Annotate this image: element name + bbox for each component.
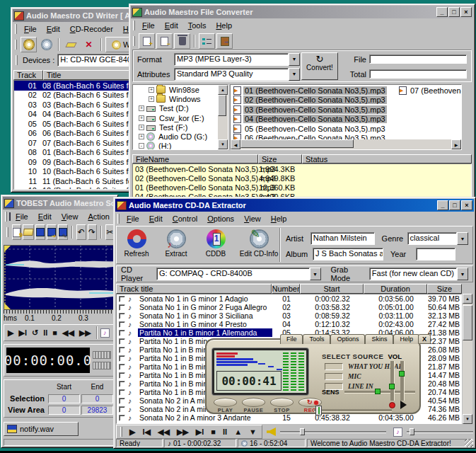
viewarea-end-value[interactable]: 29823 — [81, 406, 113, 415]
column-header-duration[interactable]: Duration — [364, 284, 427, 294]
chevron-down-icon[interactable]: ▼ — [310, 268, 321, 280]
menu-item[interactable]: Help — [266, 213, 292, 224]
scroll-down-icon[interactable]: ▼ — [463, 414, 472, 424]
scroll-down-icon[interactable]: ▼ — [218, 139, 228, 149]
menu-item[interactable]: File — [19, 23, 42, 35]
tree-expander[interactable]: + — [139, 134, 144, 139]
menu-item[interactable]: Control — [168, 213, 202, 224]
cd-player-select[interactable]: G: COMPAQ - CRD-8400B ▼ — [156, 268, 321, 280]
menu-item[interactable]: Options — [202, 213, 239, 224]
track-checkbox[interactable] — [119, 355, 125, 362]
extractor-track-row[interactable]: ♪ Sonata No 1 in G minor 4 Presto 04 0:1… — [117, 320, 461, 328]
chevron-down-icon[interactable]: ▼ — [289, 53, 300, 66]
waveform-display[interactable] — [4, 245, 115, 310]
play-indicator-icon[interactable] — [400, 401, 407, 409]
recorder-tab[interactable]: File — [280, 334, 303, 344]
track-checkbox[interactable] — [119, 398, 125, 404]
pause-icon[interactable]: II — [221, 427, 229, 437]
extractor-track-row[interactable]: ♪ Sonata No 2 in A minor 3 Andante 15 0:… — [117, 413, 461, 422]
stop-icon[interactable]: ■ — [209, 427, 218, 437]
selection-end-value[interactable]: 0 — [81, 394, 113, 403]
genre-select[interactable]: classical ▼ — [407, 232, 468, 245]
exit-icon[interactable] — [216, 33, 233, 49]
maximize-button[interactable]: □ — [448, 7, 460, 17]
track-checkbox[interactable] — [119, 347, 125, 353]
viewarea-start-value[interactable]: 0 — [48, 406, 80, 415]
tree-item[interactable]: + Test (D:) — [133, 104, 228, 113]
recorder-tab[interactable]: Options — [330, 334, 365, 344]
recorder-tab[interactable]: Tools — [303, 334, 330, 344]
menu-item[interactable]: File — [122, 213, 144, 224]
recorder-close-tab[interactable]: X — [418, 334, 431, 344]
scroll-up-icon[interactable]: ▲ — [218, 85, 228, 95]
tree-item[interactable]: + Csw_kor (E:) — [133, 113, 228, 122]
source-file-item[interactable]: 04 (Beethoven-Cello Sonata No3,5).mp3 — [232, 115, 393, 125]
column-header-number[interactable]: Number — [272, 284, 300, 294]
menu-item[interactable]: Edit — [42, 23, 65, 35]
menu-item[interactable]: Action — [83, 211, 115, 222]
play-to-end-icon[interactable]: ▶I — [16, 328, 29, 338]
source-file-item[interactable]: 01 (Beethoven-Cello Sonata No3,5).mp3 — [232, 86, 393, 96]
artist-field[interactable]: Nathan Milstein — [310, 232, 375, 245]
erase-disc-icon[interactable] — [63, 37, 79, 52]
track-checkbox[interactable] — [119, 406, 125, 413]
forward-icon[interactable]: ▶▶ — [77, 328, 93, 338]
play-icon[interactable]: ▶ — [127, 427, 137, 437]
scroll-left-icon[interactable]: ◀ — [231, 139, 240, 149]
play-button[interactable]: PLAY — [214, 398, 237, 413]
tree-expander[interactable]: + — [139, 125, 144, 130]
track-checkbox[interactable] — [119, 415, 125, 421]
volume-slider[interactable] — [280, 427, 386, 437]
save-as-icon[interactable]: ➜ — [47, 224, 57, 240]
chevron-down-icon[interactable]: ▼ — [457, 232, 468, 245]
menu-item[interactable]: View — [57, 211, 83, 222]
column-header-filename[interactable]: FileName — [132, 154, 258, 164]
tree-expander[interactable]: - — [139, 143, 144, 149]
track-list-scrollbar[interactable]: ▲ ▼ — [462, 294, 473, 424]
track-checkbox[interactable] — [119, 364, 125, 370]
track-checkbox[interactable] — [119, 381, 125, 387]
rewind-icon[interactable]: ◀◀ — [60, 328, 76, 338]
forward-icon[interactable]: ▶▶ — [175, 427, 191, 437]
record-indicator-icon[interactable] — [389, 402, 395, 408]
column-header-track-title[interactable]: Track title — [116, 284, 272, 294]
source-mic-button[interactable] — [325, 373, 343, 380]
chevron-down-icon[interactable]: ▼ — [457, 268, 468, 280]
undo-icon[interactable]: ↶ — [76, 224, 86, 240]
scroll-up-icon[interactable]: ▲ — [463, 294, 472, 304]
track-checkbox[interactable] — [119, 330, 125, 336]
close-button[interactable]: × — [461, 200, 472, 210]
tree-item[interactable]: + Audio CD (G:) — [133, 132, 228, 141]
audio-disc-icon[interactable] — [38, 37, 54, 52]
queue-row[interactable]: 02 (Beethoven-Cello Sonata No3,5).mp3 4,… — [133, 173, 471, 183]
remove-file-icon[interactable]: − — [156, 33, 173, 49]
source-what-you-hear-button[interactable] — [325, 363, 343, 370]
extractor-track-row[interactable]: ♪ Sonata No 1 in G minor 3 Siciliana 03 … — [117, 311, 461, 320]
tree-item[interactable]: + Windows — [133, 94, 228, 103]
track-checkbox[interactable] — [119, 304, 125, 311]
volume-slider-right[interactable] — [400, 361, 404, 401]
tree-scrollbar[interactable] — [218, 95, 228, 139]
source-file-item[interactable]: 03 (Beethoven-Cello Sonata No3,5).mp3 — [232, 105, 393, 115]
queue-row[interactable]: 01 (Beethoven-Cello Sonata No3,5).mp3 12… — [133, 183, 471, 192]
tree-expander[interactable]: + — [149, 87, 154, 93]
extract-button[interactable]: Extract — [156, 227, 196, 263]
play-icon[interactable]: ▶ — [6, 328, 16, 338]
selection-start-value[interactable]: 0 — [48, 394, 80, 403]
source-file-item[interactable]: 02 (Beethoven-Cello Sonata No3,5).mp3 — [232, 96, 393, 105]
menu-item[interactable]: CD-Recoder — [65, 23, 118, 35]
recorder-tab[interactable]: Skins — [365, 334, 393, 344]
track-checkbox[interactable] — [119, 321, 125, 328]
menu-item[interactable]: File — [11, 211, 33, 222]
load-icon[interactable]: ▼ — [247, 427, 259, 437]
tree-item[interactable]: + Win98se — [133, 85, 228, 94]
cddb-button[interactable]: CDDB — [196, 227, 236, 263]
grab-mode-select[interactable]: Fast (for new clean CD) ▼ — [369, 268, 468, 280]
attributes-select[interactable]: Standard MP3 Quality ▼ — [174, 68, 300, 81]
seek-slider[interactable] — [407, 427, 473, 437]
menu-item[interactable]: Help — [211, 20, 237, 31]
tree-item[interactable]: - (H:) — [133, 142, 228, 150]
tree-expander[interactable]: + — [139, 115, 144, 121]
scroll-right-icon[interactable]: ▶ — [451, 139, 461, 149]
maximize-button[interactable]: □ — [449, 200, 460, 210]
